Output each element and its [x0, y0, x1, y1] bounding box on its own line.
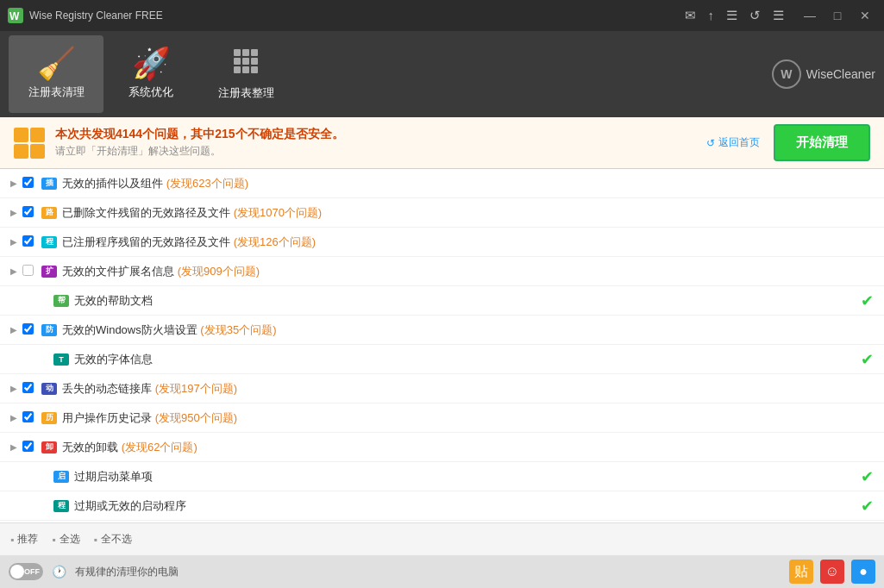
- item-text-1: 无效的插件以及组件 (发现623个问题): [62, 176, 874, 191]
- checkbox-wrap-10[interactable]: [22, 441, 38, 454]
- status-bar: 🕐 有规律的清理你的电脑 贴 ☺ ●: [0, 555, 884, 588]
- select-all-link[interactable]: 全选: [52, 532, 79, 547]
- found-count-1: (发现623个问题): [166, 177, 248, 190]
- svg-rect-7: [251, 58, 258, 65]
- item-text-3: 已注册程序残留的无效路径及文件 (发现126个问题): [62, 235, 874, 250]
- found-count-6: (发现35个问题): [200, 323, 276, 336]
- start-clean-button[interactable]: 开始清理: [774, 124, 870, 161]
- broom-icon: 🧹: [37, 48, 76, 79]
- app-icon: W: [7, 7, 24, 24]
- category-icon-5: 帮: [52, 293, 71, 309]
- banner-text: 本次共发现4144个问题，其中215个不确定是否安全。 请立即「开始清理」解决这…: [55, 127, 696, 159]
- status-icon-emoji[interactable]: ☺: [820, 560, 844, 584]
- tab-registry-defrag[interactable]: 注册表整理: [198, 35, 293, 113]
- svg-rect-3: [242, 49, 249, 56]
- expand-arrow-10[interactable]: ▶: [10, 442, 22, 452]
- found-count-4: (发现909个问题): [178, 265, 260, 278]
- checkbox-8[interactable]: [22, 382, 34, 393]
- checkbox-wrap-4[interactable]: [22, 265, 38, 278]
- menu-icon[interactable]: ☰: [773, 8, 784, 23]
- chat-icon[interactable]: ☰: [726, 8, 737, 23]
- toolbar-right: W WiseCleaner: [772, 59, 875, 89]
- category-icon-2: 路: [40, 205, 59, 221]
- list-item-5[interactable]: 帮 无效的帮助文档✔: [0, 286, 884, 316]
- wisecleaner-logo: W WiseCleaner: [772, 59, 875, 89]
- tab-registry-clean[interactable]: 🧹 注册表清理: [9, 35, 103, 113]
- checkbox-1[interactable]: [22, 177, 34, 188]
- list-item-3[interactable]: ▶ 程 已注册程序残留的无效路径及文件 (发现126个问题): [0, 228, 884, 257]
- category-icon-7: T: [52, 352, 71, 367]
- list-item-8[interactable]: ▶ 动 丢失的动态链接库 (发现197个问题): [0, 374, 884, 403]
- svg-rect-8: [234, 66, 241, 73]
- svg-rect-10: [251, 66, 258, 73]
- upload-icon[interactable]: ↑: [708, 8, 715, 23]
- item-text-6: 无效的Windows防火墙设置 (发现35个问题): [62, 322, 874, 338]
- recommend-link[interactable]: 推荐: [10, 532, 38, 547]
- close-button[interactable]: ✕: [853, 3, 877, 28]
- item-text-11: 过期启动菜单项: [74, 469, 861, 485]
- checkbox-10[interactable]: [22, 441, 34, 452]
- list-item-4[interactable]: ▶ 扩 无效的文件扩展名信息 (发现909个问题): [0, 257, 884, 286]
- status-icon-pin[interactable]: 贴: [789, 560, 813, 584]
- tab-system-optimize[interactable]: 🚀 系统优化: [103, 35, 198, 113]
- checkbox-wrap-8[interactable]: [22, 382, 38, 396]
- list-item-12[interactable]: 程 过期或无效的启动程序✔: [0, 491, 884, 521]
- expand-arrow-6[interactable]: ▶: [10, 325, 22, 335]
- expand-arrow-4[interactable]: ▶: [10, 266, 22, 276]
- check-green-11: ✔: [861, 467, 874, 486]
- clock-icon: 🕐: [52, 565, 66, 579]
- item-text-9: 用户操作历史记录 (发现950个问题): [62, 410, 874, 426]
- schedule-toggle[interactable]: [9, 563, 43, 580]
- expand-arrow-3[interactable]: ▶: [10, 237, 22, 247]
- return-home-button[interactable]: ↺ 返回首页: [706, 135, 760, 150]
- list-item-6[interactable]: ▶ 防 无效的Windows防火墙设置 (发现35个问题): [0, 316, 884, 345]
- rocket-icon: 🚀: [132, 48, 171, 79]
- checkbox-wrap-2[interactable]: [22, 206, 38, 220]
- maximize-button[interactable]: □: [825, 3, 850, 28]
- item-text-7: 无效的字体信息: [74, 352, 861, 367]
- checkbox-wrap-6[interactable]: [22, 323, 38, 337]
- minimize-button[interactable]: —: [798, 3, 822, 28]
- svg-rect-2: [234, 49, 241, 56]
- check-green-7: ✔: [861, 350, 874, 369]
- expand-arrow-9[interactable]: ▶: [10, 413, 22, 422]
- checkbox-3[interactable]: [22, 235, 34, 247]
- expand-arrow-2[interactable]: ▶: [10, 208, 22, 217]
- mail-icon[interactable]: ✉: [685, 8, 696, 23]
- checkbox-9[interactable]: [22, 411, 34, 422]
- found-count-9: (发现950个问题): [155, 411, 237, 424]
- status-icon-info[interactable]: ●: [851, 560, 875, 584]
- checkbox-2[interactable]: [22, 206, 34, 217]
- checkbox-wrap-9[interactable]: [22, 411, 38, 425]
- category-icon-9: 历: [40, 410, 59, 426]
- item-text-4: 无效的文件扩展名信息 (发现909个问题): [62, 264, 874, 279]
- svg-text:W: W: [9, 10, 20, 22]
- schedule-text: 有规律的清理你的电脑: [75, 565, 179, 579]
- title-icons: ✉ ↑ ☰ ↺ ☰: [685, 8, 785, 23]
- category-icon-3: 程: [40, 235, 59, 250]
- list-item-10[interactable]: ▶ 卸 无效的卸载 (发现62个问题): [0, 433, 884, 462]
- checkbox-wrap-3[interactable]: [22, 235, 38, 249]
- expand-arrow-8[interactable]: ▶: [10, 384, 22, 393]
- checkbox-4[interactable]: [22, 265, 34, 276]
- return-home-label: 返回首页: [718, 135, 760, 150]
- banner-title: 本次共发现4144个问题，其中215个不确定是否安全。: [55, 127, 696, 142]
- refresh-icon[interactable]: ↺: [749, 8, 761, 23]
- found-count-10: (发现62个问题): [122, 441, 197, 454]
- toolbar: 🧹 注册表清理 🚀 系统优化 注册表整理 W Wis: [0, 31, 884, 117]
- expand-arrow-1[interactable]: ▶: [10, 178, 22, 188]
- checkbox-wrap-1[interactable]: [22, 177, 38, 191]
- list-item-11[interactable]: 启 过期启动菜单项✔: [0, 462, 884, 491]
- list-item-7[interactable]: T 无效的字体信息✔: [0, 345, 884, 374]
- checkbox-6[interactable]: [22, 323, 34, 335]
- list-item-2[interactable]: ▶ 路 已删除文件残留的无效路径及文件 (发现1070个问题): [0, 198, 884, 228]
- orange-squares-icon: [14, 128, 45, 159]
- list-item-9[interactable]: ▶ 历 用户操作历史记录 (发现950个问题): [0, 403, 884, 433]
- toggle-knob: [10, 565, 24, 579]
- tab-registry-defrag-label: 注册表整理: [218, 85, 274, 101]
- status-right-icons: 贴 ☺ ●: [789, 560, 875, 584]
- found-count-8: (发现197个问题): [155, 382, 237, 395]
- deselect-all-link[interactable]: 全不选: [94, 532, 132, 547]
- list-item-1[interactable]: ▶ 插 无效的插件以及组件 (发现623个问题): [0, 169, 884, 198]
- found-count-3: (发现126个问题): [234, 235, 316, 248]
